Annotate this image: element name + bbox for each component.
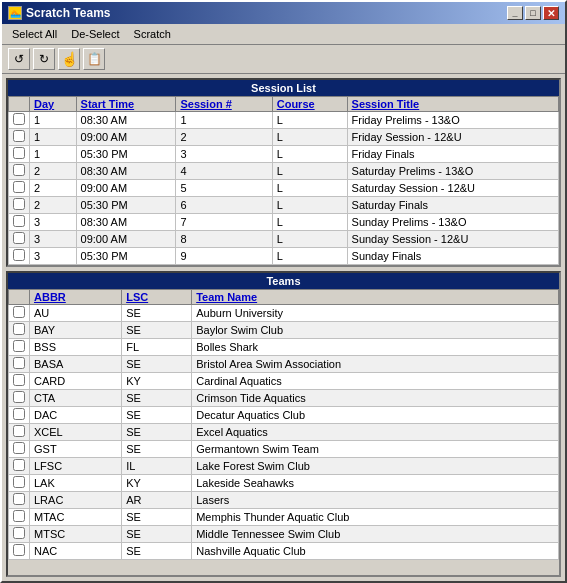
team-lsc-cell: SE — [122, 390, 192, 407]
teams-table: ABBR LSC Team Name AU SE Auburn Universi… — [8, 289, 559, 560]
team-name-cell: Lakeside Seahawks — [192, 475, 559, 492]
redo-button[interactable]: ↻ — [33, 48, 55, 70]
session-col-course[interactable]: Course — [272, 97, 347, 112]
team-checkbox[interactable] — [13, 476, 25, 488]
team-lsc-cell: SE — [122, 407, 192, 424]
session-check-cell — [9, 248, 30, 265]
session-col-check — [9, 97, 30, 112]
session-check-cell — [9, 163, 30, 180]
team-check-cell — [9, 373, 30, 390]
session-table-row: 3 05:30 PM 9 L Sunday Finals — [9, 248, 559, 265]
session-col-day[interactable]: Day — [30, 97, 77, 112]
team-check-cell — [9, 322, 30, 339]
session-course-cell: L — [272, 231, 347, 248]
team-abbr-cell: BASA — [30, 356, 122, 373]
team-abbr-cell: LAK — [30, 475, 122, 492]
maximize-button[interactable]: □ — [525, 6, 541, 20]
cursor-button[interactable]: ☝ — [58, 48, 80, 70]
session-course-cell: L — [272, 129, 347, 146]
team-check-cell — [9, 509, 30, 526]
team-checkbox[interactable] — [13, 374, 25, 386]
window-title: Scratch Teams — [26, 6, 111, 20]
teams-header: Teams — [8, 273, 559, 289]
session-table: Day Start Time Session # Course Session … — [8, 96, 559, 265]
close-button[interactable]: ✕ — [543, 6, 559, 20]
teams-panel-inner: Teams ABBR LSC Team Name — [8, 273, 559, 575]
session-checkbox[interactable] — [13, 215, 25, 227]
team-name-cell: Lasers — [192, 492, 559, 509]
teams-col-abbr[interactable]: ABBR — [30, 290, 122, 305]
team-checkbox[interactable] — [13, 425, 25, 437]
team-lsc-cell: KY — [122, 373, 192, 390]
team-lsc-cell: FL — [122, 339, 192, 356]
team-check-cell — [9, 407, 30, 424]
session-starttime-cell: 08:30 AM — [76, 163, 176, 180]
team-checkbox[interactable] — [13, 323, 25, 335]
team-name-cell: Middle Tennessee Swim Club — [192, 526, 559, 543]
session-day-cell: 1 — [30, 112, 77, 129]
session-title-cell: Friday Session - 12&U — [347, 129, 558, 146]
team-abbr-cell: XCEL — [30, 424, 122, 441]
teams-table-row: AU SE Auburn University — [9, 305, 559, 322]
team-check-cell — [9, 492, 30, 509]
team-checkbox[interactable] — [13, 306, 25, 318]
session-checkbox[interactable] — [13, 181, 25, 193]
session-check-cell — [9, 129, 30, 146]
main-window: 🏊 Scratch Teams _ □ ✕ Select All De-Sele… — [0, 0, 567, 583]
team-abbr-cell: CTA — [30, 390, 122, 407]
team-checkbox[interactable] — [13, 442, 25, 454]
clipboard-button[interactable]: 📋 — [83, 48, 105, 70]
teams-col-name[interactable]: Team Name — [192, 290, 559, 305]
session-col-number[interactable]: Session # — [176, 97, 272, 112]
minimize-button[interactable]: _ — [507, 6, 523, 20]
menu-select-all[interactable]: Select All — [6, 26, 63, 42]
session-checkbox[interactable] — [13, 198, 25, 210]
session-checkbox[interactable] — [13, 164, 25, 176]
team-checkbox[interactable] — [13, 510, 25, 522]
session-starttime-cell: 05:30 PM — [76, 248, 176, 265]
team-checkbox[interactable] — [13, 357, 25, 369]
session-checkbox[interactable] — [13, 147, 25, 159]
session-checkbox[interactable] — [13, 249, 25, 261]
teams-table-row: BAY SE Baylor Swim Club — [9, 322, 559, 339]
session-checkbox[interactable] — [13, 130, 25, 142]
team-checkbox[interactable] — [13, 340, 25, 352]
session-checkbox[interactable] — [13, 113, 25, 125]
team-checkbox[interactable] — [13, 459, 25, 471]
team-lsc-cell: SE — [122, 424, 192, 441]
team-checkbox[interactable] — [13, 527, 25, 539]
session-number-cell: 4 — [176, 163, 272, 180]
session-starttime-cell: 09:00 AM — [76, 180, 176, 197]
menu-scratch[interactable]: Scratch — [128, 26, 177, 42]
team-name-cell: Cardinal Aquatics — [192, 373, 559, 390]
session-starttime-cell: 09:00 AM — [76, 129, 176, 146]
team-name-cell: Excel Aquatics — [192, 424, 559, 441]
team-checkbox[interactable] — [13, 408, 25, 420]
team-lsc-cell: SE — [122, 543, 192, 560]
session-day-cell: 3 — [30, 248, 77, 265]
session-col-title[interactable]: Session Title — [347, 97, 558, 112]
team-lsc-cell: AR — [122, 492, 192, 509]
session-col-starttime[interactable]: Start Time — [76, 97, 176, 112]
title-bar: 🏊 Scratch Teams _ □ ✕ — [2, 2, 565, 24]
session-starttime-cell: 05:30 PM — [76, 146, 176, 163]
menu-de-select[interactable]: De-Select — [65, 26, 125, 42]
session-course-cell: L — [272, 163, 347, 180]
team-name-cell: Germantown Swim Team — [192, 441, 559, 458]
teams-table-row: NAC SE Nashville Aquatic Club — [9, 543, 559, 560]
content-area: Session List Day Start Time Session # Co… — [2, 74, 565, 581]
undo-button[interactable]: ↺ — [8, 48, 30, 70]
teams-scroll-area[interactable]: ABBR LSC Team Name AU SE Auburn Universi… — [8, 289, 559, 575]
teams-col-lsc[interactable]: LSC — [122, 290, 192, 305]
team-lsc-cell: SE — [122, 356, 192, 373]
session-table-container: Day Start Time Session # Course Session … — [8, 96, 559, 265]
session-checkbox[interactable] — [13, 232, 25, 244]
team-checkbox[interactable] — [13, 544, 25, 556]
team-lsc-cell: KY — [122, 475, 192, 492]
session-number-cell: 9 — [176, 248, 272, 265]
session-course-cell: L — [272, 146, 347, 163]
teams-table-row: MTAC SE Memphis Thunder Aquatic Club — [9, 509, 559, 526]
team-lsc-cell: SE — [122, 526, 192, 543]
team-checkbox[interactable] — [13, 391, 25, 403]
team-checkbox[interactable] — [13, 493, 25, 505]
